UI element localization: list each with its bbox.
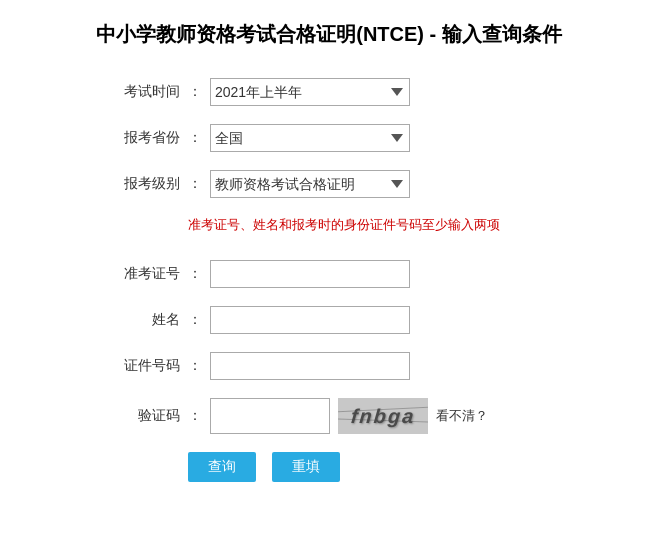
id-number-row: 证件号码 ： (100, 352, 618, 380)
province-colon: ： (188, 129, 202, 147)
captcha-colon: ： (188, 407, 202, 425)
category-select[interactable]: 教师资格考试合格证明 幼儿园 小学 初中 (210, 170, 410, 198)
category-row: 报考级别 ： 教师资格考试合格证明 幼儿园 小学 初中 (100, 170, 618, 198)
page-title: 中小学教师资格考试合格证明(NTCE) - 输入查询条件 (40, 20, 618, 48)
province-select[interactable]: 全国 北京 上海 广东 (210, 124, 410, 152)
reset-button[interactable]: 重填 (272, 452, 340, 482)
name-label: 姓名 (100, 311, 180, 329)
name-input[interactable] (210, 306, 410, 334)
id-number-label: 证件号码 (100, 357, 180, 375)
id-number-colon: ： (188, 357, 202, 375)
province-row: 报考省份 ： 全国 北京 上海 广东 (100, 124, 618, 152)
captcha-label: 验证码 (100, 407, 180, 425)
captcha-image[interactable]: fnbga (338, 398, 428, 434)
exam-number-input[interactable] (210, 260, 410, 288)
category-label: 报考级别 (100, 175, 180, 193)
name-row: 姓名 ： (100, 306, 618, 334)
page-container: 中小学教师资格考试合格证明(NTCE) - 输入查询条件 考试时间 ： 2021… (0, 0, 658, 544)
exam-time-select[interactable]: 2021年上半年 2020年下半年 2020年上半年 (210, 78, 410, 106)
captcha-input[interactable] (210, 398, 330, 434)
form-area: 考试时间 ： 2021年上半年 2020年下半年 2020年上半年 报考省份 ：… (100, 78, 618, 482)
exam-time-label: 考试时间 (100, 83, 180, 101)
id-number-input[interactable] (210, 352, 410, 380)
name-colon: ： (188, 311, 202, 329)
button-row: 查询 重填 (188, 452, 618, 482)
exam-number-label: 准考证号 (100, 265, 180, 283)
query-button[interactable]: 查询 (188, 452, 256, 482)
province-label: 报考省份 (100, 129, 180, 147)
exam-number-row: 准考证号 ： (100, 260, 618, 288)
exam-time-row: 考试时间 ： 2021年上半年 2020年下半年 2020年上半年 (100, 78, 618, 106)
exam-time-colon: ： (188, 83, 202, 101)
error-row: 准考证号、姓名和报考时的身份证件号码至少输入两项 (188, 216, 618, 248)
exam-number-colon: ： (188, 265, 202, 283)
captcha-display-text: fnbga (350, 405, 416, 428)
captcha-reload-link[interactable]: 看不清？ (436, 407, 488, 425)
category-colon: ： (188, 175, 202, 193)
error-message: 准考证号、姓名和报考时的身份证件号码至少输入两项 (188, 216, 500, 234)
captcha-row: 验证码 ： fnbga 看不清？ (100, 398, 618, 434)
